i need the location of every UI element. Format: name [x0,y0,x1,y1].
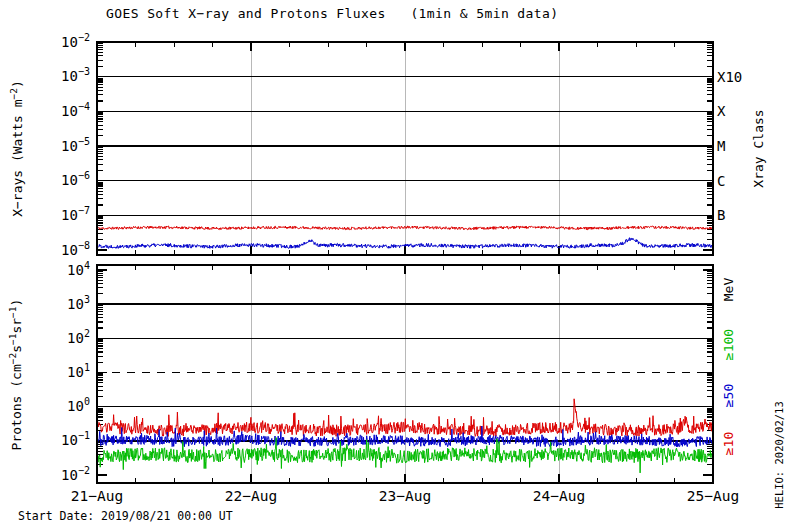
goes-flux-chart: GOES Soft X−ray and Protons Fluxes (1min… [0,0,800,530]
chart-canvas [0,0,800,530]
